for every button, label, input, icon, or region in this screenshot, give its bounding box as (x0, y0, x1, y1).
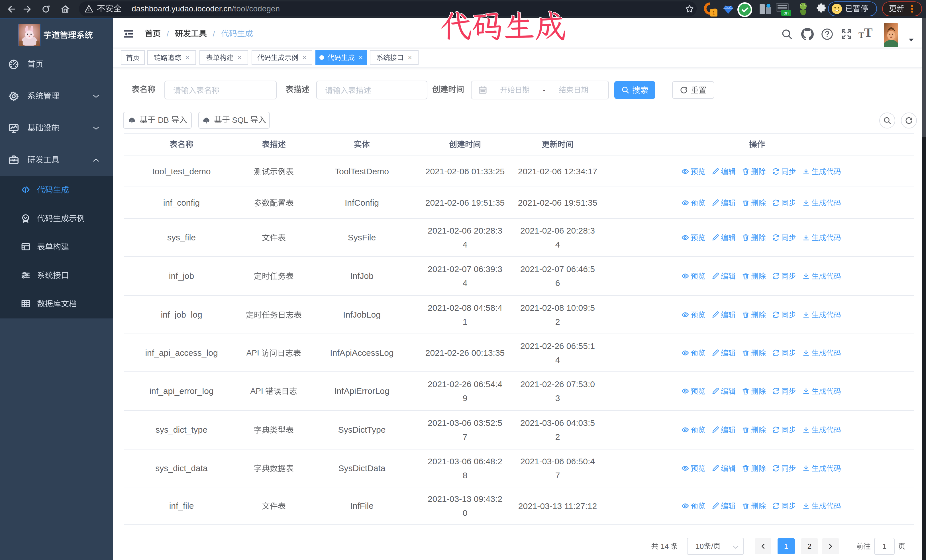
svg-text:1: 1 (712, 10, 715, 16)
svg-text:on: on (784, 11, 789, 15)
